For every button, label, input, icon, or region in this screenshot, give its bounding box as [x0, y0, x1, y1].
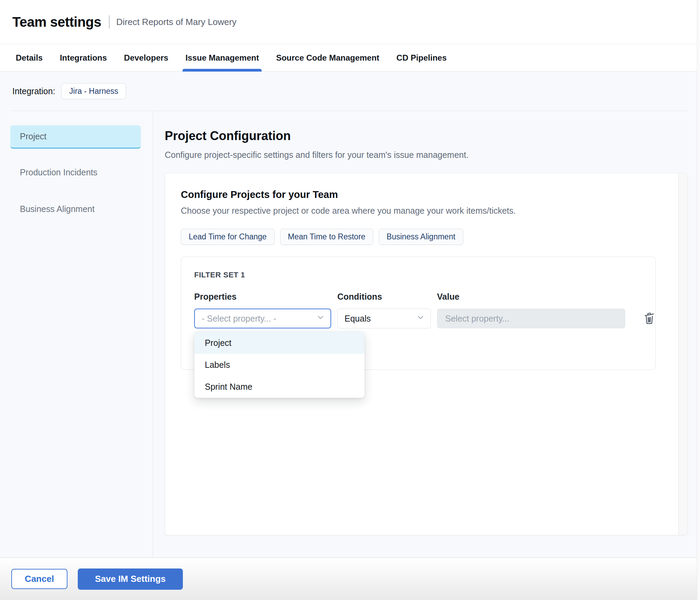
- filter-set-1: FILTER SET 1 Properties Conditions Value…: [181, 257, 656, 370]
- sidebar-item-business-alignment[interactable]: Business Alignment: [10, 198, 141, 220]
- delete-filter-button[interactable]: [641, 310, 658, 327]
- chevron-down-icon: [316, 313, 325, 324]
- card-scrollbar[interactable]: [678, 173, 687, 535]
- header: Team settings Direct Reports of Mary Low…: [0, 0, 700, 44]
- tab-bar: Details Integrations Developers Issue Ma…: [0, 44, 700, 72]
- team-settings-page: Team settings Direct Reports of Mary Low…: [0, 0, 700, 600]
- column-label-value: Value: [437, 292, 625, 302]
- trash-icon: [642, 311, 656, 326]
- integration-label: Integration:: [12, 86, 55, 96]
- sidebar-item-project[interactable]: Project: [10, 125, 141, 149]
- column-label-properties: Properties: [194, 292, 331, 302]
- title-divider: [109, 15, 110, 28]
- page-scrollbar[interactable]: [697, 0, 700, 600]
- property-select[interactable]: - Select property... -: [194, 309, 331, 328]
- integration-chip[interactable]: Jira - Harness: [61, 83, 126, 99]
- metric-chip-row: Lead Time for Change Mean Time to Restor…: [181, 229, 656, 245]
- dropdown-option-labels[interactable]: Labels: [195, 354, 364, 376]
- footer-action-bar: Cancel Save IM Settings: [0, 558, 700, 600]
- tab-developers[interactable]: Developers: [124, 44, 168, 71]
- chip-lead-time-for-change[interactable]: Lead Time for Change: [181, 229, 275, 245]
- content-area: Integration: Jira - Harness Project Prod…: [0, 72, 700, 558]
- tab-integrations[interactable]: Integrations: [60, 44, 107, 71]
- page-subtitle: Direct Reports of Mary Lowery: [116, 17, 237, 27]
- dropdown-option-sprint-name[interactable]: Sprint Name: [195, 376, 364, 398]
- cancel-button[interactable]: Cancel: [11, 569, 67, 589]
- condition-select-value: Equals: [345, 314, 371, 324]
- section-title: Project Configuration: [165, 129, 688, 143]
- configure-projects-card: Configure Projects for your Team Choose …: [165, 173, 688, 535]
- filter-set-title: FILTER SET 1: [194, 271, 642, 279]
- tab-issue-management[interactable]: Issue Management: [185, 44, 259, 71]
- filter-grid: Properties Conditions Value - Select pro…: [194, 292, 642, 328]
- property-select-value: - Select property... -: [202, 314, 276, 324]
- property-dropdown: Project Labels Sprint Name: [194, 332, 365, 398]
- save-im-settings-button[interactable]: Save IM Settings: [78, 568, 183, 590]
- value-input[interactable]: [437, 309, 625, 328]
- main-panel: Project Configuration Configure project-…: [153, 111, 700, 558]
- sidebar: Project Production Incidents Business Al…: [0, 111, 153, 558]
- section-description: Configure project-specific settings and …: [165, 150, 688, 160]
- tab-source-code-management[interactable]: Source Code Management: [276, 44, 379, 71]
- card-description: Choose your respective project or code a…: [181, 206, 656, 216]
- tab-cd-pipelines[interactable]: CD Pipelines: [397, 44, 447, 71]
- sidebar-item-production-incidents[interactable]: Production Incidents: [10, 162, 141, 183]
- integration-row: Integration: Jira - Harness: [0, 72, 700, 111]
- tab-details[interactable]: Details: [16, 44, 43, 71]
- column-label-conditions: Conditions: [337, 292, 431, 302]
- chevron-down-icon: [416, 313, 425, 324]
- dropdown-option-project[interactable]: Project: [195, 332, 364, 354]
- chip-business-alignment[interactable]: Business Alignment: [379, 229, 463, 245]
- card-title: Configure Projects for your Team: [181, 189, 656, 200]
- chip-mean-time-to-restore[interactable]: Mean Time to Restore: [280, 229, 373, 245]
- condition-select[interactable]: Equals: [337, 309, 431, 328]
- page-title: Team settings: [12, 14, 101, 30]
